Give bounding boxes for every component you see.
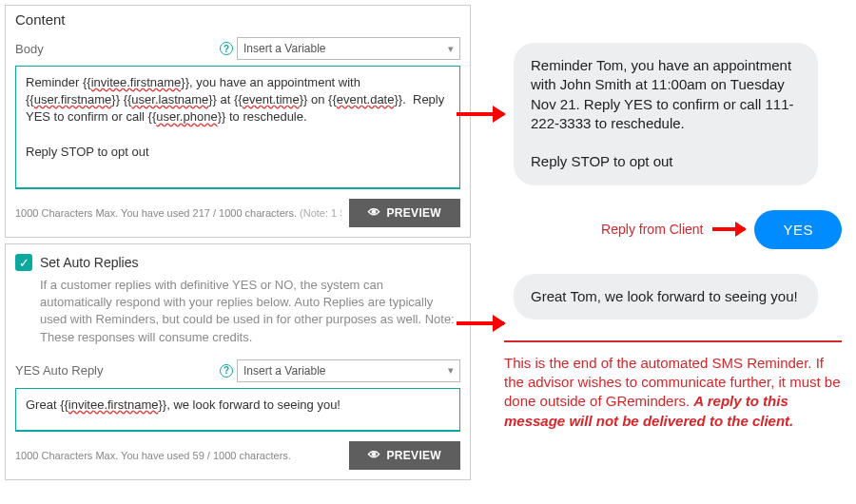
content-title: Content	[6, 6, 470, 35]
sms-bubble-incoming: Reminder Tom, you have an appointment wi…	[514, 43, 818, 185]
reply-from-client-label: Reply from Client	[601, 222, 703, 237]
body-label: Body	[15, 42, 220, 56]
auto-replies-label: Set Auto Replies	[40, 255, 139, 270]
divider	[504, 340, 842, 342]
yes-char-counter: 1000 Characters Max. You have used 59 / …	[15, 450, 291, 461]
yes-reply-row: YES Auto Reply ? Insert a Variable	[6, 358, 470, 384]
yes-reply-textarea[interactable]: Great {{invitee.firstname}}, we look for…	[15, 388, 460, 432]
auto-replies-checkbox[interactable]: ✓	[15, 254, 32, 271]
end-note: This is the end of the automated SMS Rem…	[495, 354, 851, 431]
eye-icon	[368, 206, 380, 220]
body-textarea[interactable]: Reminder {{invitee.firstname}}, you have…	[15, 66, 460, 189]
insert-variable-select[interactable]: Insert a Variable	[237, 359, 460, 382]
auto-replies-panel: ✓ Set Auto Replies If a customer replies…	[5, 243, 471, 480]
arrow-icon	[712, 227, 745, 231]
body-field-row: Body ? Insert a Variable	[6, 35, 470, 62]
auto-replies-description: If a customer replies with definitive YE…	[6, 277, 470, 358]
eye-icon	[368, 449, 380, 462]
help-icon[interactable]: ?	[220, 364, 233, 378]
sms-bubble-outgoing: YES	[754, 210, 842, 249]
preview-button[interactable]: PREVIEW	[349, 441, 460, 470]
content-panel: Content Body ? Insert a Variable Reminde…	[5, 5, 471, 238]
preview-button[interactable]: PREVIEW	[349, 199, 460, 227]
body-char-counter: 1000 Characters Max. You have used 217 /…	[15, 207, 341, 219]
yes-reply-label: YES Auto Reply	[15, 363, 220, 378]
help-icon[interactable]: ?	[220, 42, 233, 55]
insert-variable-select[interactable]: Insert a Variable	[237, 37, 460, 60]
sms-bubble-incoming: Great Tom, we look forward to seeing you…	[514, 274, 818, 320]
